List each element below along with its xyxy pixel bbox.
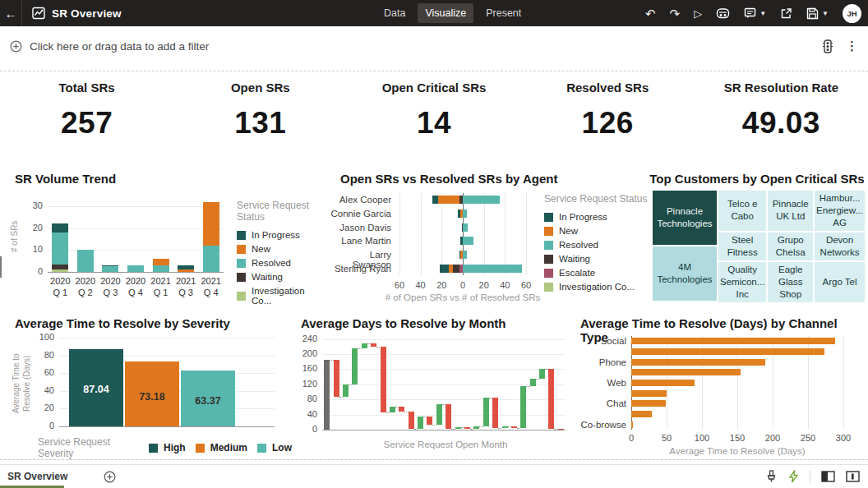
waterfall-bar[interactable] <box>455 427 461 429</box>
legend-item[interactable]: Waiting <box>237 272 327 282</box>
sheet-tab-sr-overview[interactable]: SR Overview <box>0 465 85 488</box>
bar-segment[interactable] <box>463 223 468 232</box>
treemap-cell[interactable]: Grupo Chelsa <box>768 232 813 260</box>
bar-segment[interactable] <box>153 259 169 265</box>
bar-segment[interactable] <box>178 265 194 269</box>
bar-segment[interactable] <box>463 265 522 273</box>
treemap-cell[interactable]: Quality Semicon... Inc <box>718 262 766 302</box>
bar-segment[interactable] <box>52 265 68 270</box>
save-icon[interactable]: ▼ <box>806 7 829 20</box>
bar-segment[interactable] <box>463 251 467 259</box>
comment-caret-icon[interactable]: ▼ <box>760 10 766 17</box>
kpi-card[interactable]: Open Critical SRs14 <box>347 74 520 153</box>
legend-item[interactable]: Resolved <box>544 240 647 250</box>
legend-item[interactable]: Escalate <box>544 268 647 278</box>
bar-segment[interactable] <box>463 196 500 204</box>
treemap-cell[interactable]: Hambur... Energiew... AG <box>815 191 865 231</box>
bar-segment[interactable] <box>77 250 94 272</box>
bar-segment[interactable] <box>127 265 144 272</box>
waterfall-bar[interactable] <box>381 347 386 412</box>
bar-segment[interactable] <box>52 223 68 232</box>
waterfall-bar[interactable] <box>409 412 414 429</box>
waterfall-bar[interactable] <box>511 426 517 428</box>
tab-visualize[interactable]: Visualize <box>418 3 473 23</box>
legend-item[interactable]: New <box>544 226 647 236</box>
auto-analysis-flash-icon[interactable] <box>788 470 799 483</box>
waterfall-bar[interactable] <box>558 429 564 430</box>
bar-segment[interactable] <box>153 265 169 272</box>
treemap-cell[interactable]: Telco e Cabo <box>718 191 766 231</box>
bar-segment[interactable] <box>631 359 765 366</box>
waterfall-bar[interactable] <box>324 360 330 430</box>
waterfall-bar[interactable] <box>343 384 349 397</box>
legend-item[interactable]: Waiting <box>544 254 647 264</box>
waterfall-bar[interactable] <box>502 426 508 428</box>
bar-segment[interactable] <box>631 411 652 417</box>
treemap-cell[interactable]: Pinnacle Technologies <box>653 191 717 245</box>
chart-avg-days-by-month[interactable]: Average Days to Resolve by Month 0408012… <box>298 315 570 456</box>
chart-top-customers-treemap[interactable]: Top Customers by Open Critical SRs Pinna… <box>649 167 865 308</box>
waterfall-bar[interactable] <box>399 407 404 412</box>
bar-segment[interactable] <box>203 246 219 272</box>
bar-segment[interactable] <box>458 209 461 218</box>
bar-segment[interactable] <box>102 265 118 266</box>
waterfall-bar[interactable] <box>334 360 339 397</box>
avatar[interactable]: JH <box>843 4 861 23</box>
waterfall-bar[interactable] <box>390 407 395 413</box>
legend-item[interactable]: Medium <box>196 442 247 453</box>
back-button[interactable]: ← <box>0 0 22 26</box>
open-in-new-icon[interactable] <box>780 7 792 20</box>
chart-sr-volume-trend[interactable]: SR Volume Trend 01020302020Q 12020Q 2202… <box>8 167 327 308</box>
add-filter-icon[interactable] <box>10 40 22 53</box>
legend-item[interactable]: In Progress <box>237 230 327 240</box>
waterfall-bar[interactable] <box>548 369 554 428</box>
kpi-card[interactable]: Total SRs257 <box>0 74 173 153</box>
treemap-cell[interactable]: Argo Tel <box>815 262 865 302</box>
treemap-cell[interactable]: Pinnacle UK Ltd <box>768 191 813 231</box>
save-caret-icon[interactable]: ▼ <box>822 10 829 17</box>
legend-item[interactable]: In Progress <box>544 212 647 222</box>
bar-segment[interactable] <box>432 196 439 204</box>
redo-icon[interactable]: ↷ <box>670 7 681 20</box>
legend-item[interactable]: High <box>149 442 186 453</box>
undo-icon[interactable]: ↶ <box>645 7 656 20</box>
layout-left-panel-icon[interactable] <box>821 471 835 482</box>
waterfall-bar[interactable] <box>436 404 442 425</box>
bar-segment[interactable] <box>631 400 666 407</box>
bar-segment[interactable] <box>459 251 460 259</box>
legend-item[interactable]: Investigation Co... <box>237 286 327 306</box>
comment-icon[interactable]: ▼ <box>744 7 766 19</box>
bar-segment[interactable] <box>631 421 633 428</box>
waterfall-bar[interactable] <box>464 427 470 429</box>
waterfall-bar[interactable] <box>362 343 367 348</box>
waterfall-bar[interactable] <box>539 369 545 378</box>
bar-segment[interactable] <box>463 209 467 218</box>
play-icon[interactable]: ▷ <box>694 8 702 19</box>
bar-segment[interactable] <box>52 269 68 272</box>
treemap-cell[interactable]: 4M Technologies <box>653 246 717 301</box>
bar-segment[interactable] <box>463 237 473 245</box>
bar-segment[interactable] <box>453 265 459 273</box>
bar-segment[interactable] <box>203 202 219 246</box>
legend-item[interactable]: New <box>237 244 327 254</box>
waterfall-bar[interactable] <box>492 398 498 428</box>
bar-segment[interactable] <box>631 338 835 344</box>
chart-avg-time-by-channel[interactable]: Average Time to Resolve (Days) by Channe… <box>575 315 865 456</box>
waterfall-bar[interactable] <box>530 379 536 386</box>
bar-segment[interactable] <box>631 348 824 355</box>
kebab-menu-icon[interactable]: ⋮ <box>846 39 858 53</box>
bar-segment[interactable] <box>178 269 194 272</box>
waterfall-bar[interactable] <box>520 386 526 428</box>
bar-segment[interactable] <box>438 196 459 204</box>
waterfall-bar[interactable] <box>446 404 451 429</box>
chart-open-vs-resolved-by-agent[interactable]: Open SRs vs Resolved SRs by Agent Alex C… <box>329 167 648 308</box>
waterfall-bar[interactable] <box>473 426 479 428</box>
waterfall-bar[interactable] <box>427 417 432 425</box>
threshold-alert-icon[interactable] <box>823 39 833 53</box>
bar-segment[interactable] <box>631 390 667 397</box>
bar-segment[interactable] <box>440 265 450 273</box>
bar-segment[interactable] <box>449 265 453 273</box>
zia-assistant-icon[interactable] <box>716 7 730 20</box>
legend-item[interactable]: Investigation Co... <box>544 282 647 292</box>
tab-data[interactable]: Data <box>376 3 413 23</box>
